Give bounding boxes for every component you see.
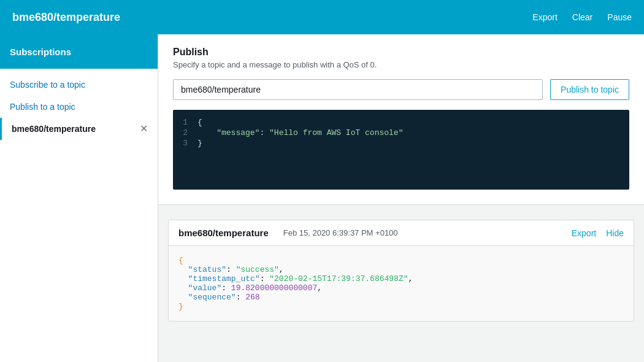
main-content: Publish Specify a topic and a message to…	[158, 34, 644, 362]
message-export-button[interactable]: Export	[572, 228, 596, 238]
publish-section-desc: Specify a topic and a message to publish…	[173, 60, 629, 69]
sidebar-header: Subscriptions	[0, 34, 158, 69]
clear-button[interactable]: Clear	[572, 12, 592, 22]
pause-button[interactable]: Pause	[607, 12, 632, 22]
layout: Subscriptions Subscribe to a topic Publi…	[0, 34, 644, 362]
message-timestamp: Feb 15, 2020 6:39:37 PM +0100	[283, 228, 572, 237]
header: bme680/temperature Export Clear Pause	[0, 0, 644, 34]
publish-topic-input[interactable]	[173, 79, 543, 100]
sidebar-item-subscribe[interactable]: Subscribe to a topic	[0, 74, 158, 96]
sidebar-title: Subscriptions	[10, 47, 71, 57]
json-line-status: "status": "success",	[178, 265, 624, 274]
sidebar-subscription-item[interactable]: bme680/temperature ✕	[0, 118, 158, 140]
line-num-3: 3	[173, 139, 197, 148]
json-line-open: {	[178, 256, 624, 265]
header-actions: Export Clear Pause	[532, 12, 632, 22]
message-topic: bme680/temperature	[178, 228, 269, 238]
json-line-value: "value": 19.820000000000007,	[178, 283, 624, 293]
code-editor[interactable]: 1 { 2 "message": "Hello from AWS IoT con…	[173, 110, 629, 190]
line-num-1: 1	[173, 118, 197, 127]
messages-area[interactable]: bme680/temperature Feb 15, 2020 6:39:37 …	[158, 205, 644, 362]
publish-section-title: Publish	[173, 47, 629, 58]
line-content-2: "message": "Hello from AWS IoT console"	[197, 128, 403, 137]
publish-section: Publish Specify a topic and a message to…	[158, 34, 644, 205]
publish-to-topic-button[interactable]: Publish to topic	[550, 79, 629, 100]
message-result-header: bme680/temperature Feb 15, 2020 6:39:37 …	[169, 220, 634, 246]
message-result: bme680/temperature Feb 15, 2020 6:39:37 …	[168, 220, 634, 322]
code-line-1: 1 {	[173, 117, 629, 128]
json-line-sequence: "sequence": 268	[178, 293, 624, 302]
publish-input-row: Publish to topic	[173, 79, 629, 100]
message-result-body: { "status": "success", "timestamp_utc": …	[169, 246, 634, 321]
sidebar: Subscriptions Subscribe to a topic Publi…	[0, 34, 158, 362]
sidebar-item-publish[interactable]: Publish to a topic	[0, 96, 158, 118]
message-hide-button[interactable]: Hide	[606, 228, 624, 238]
json-line-close: }	[178, 302, 624, 311]
code-line-2: 2 "message": "Hello from AWS IoT console…	[173, 128, 629, 138]
sidebar-subscription-label: bme680/temperature	[12, 124, 140, 134]
json-line-timestamp: "timestamp_utc": "2020-02-15T17:39:37.68…	[178, 274, 624, 283]
header-title: bme680/temperature	[12, 11, 532, 24]
code-line-3: 3 }	[173, 138, 629, 148]
line-content-1: {	[197, 118, 202, 127]
line-num-2: 2	[173, 128, 197, 137]
message-result-actions: Export Hide	[572, 228, 624, 238]
sidebar-nav: Subscribe to a topic Publish to a topic …	[0, 69, 158, 145]
close-icon[interactable]: ✕	[140, 124, 148, 134]
export-button[interactable]: Export	[532, 12, 557, 22]
line-content-3: }	[197, 139, 202, 148]
